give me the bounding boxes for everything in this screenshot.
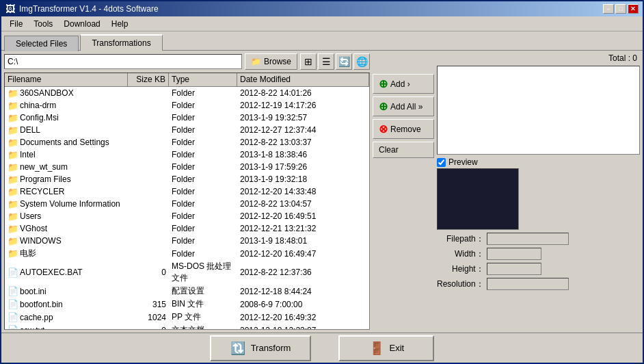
file-icon: 📄: [8, 325, 18, 329]
clear-button[interactable]: Clear: [373, 142, 434, 158]
table-row[interactable]: 📁 Documents and Settings Folder 2012-8-2…: [5, 136, 369, 148]
table-row[interactable]: 📁 System Volume Information Folder 2012-…: [5, 198, 369, 210]
filepath-label: Filepath：: [437, 233, 484, 245]
table-row[interactable]: 📄 bootfont.bin 315 BIN 文件 2008-6-9 7:00:…: [5, 298, 369, 311]
table-row[interactable]: 📄 cache.pp 1024 PP 文件 2012-12-20 16:49:3…: [5, 311, 369, 324]
file-size: [128, 179, 169, 180]
menu-help[interactable]: Help: [106, 18, 134, 30]
file-size: 0: [128, 267, 169, 278]
file-icon: 📄: [8, 268, 18, 278]
menu-tools[interactable]: Tools: [28, 18, 58, 30]
file-size: [128, 253, 169, 255]
file-icon: 📄: [8, 299, 18, 309]
preview-label: Preview: [448, 157, 478, 167]
file-type: BIN 文件: [169, 298, 237, 311]
folder-icon: 📁: [8, 138, 18, 148]
tabs-area: Selected Files Transformations: [1, 31, 643, 51]
add-button[interactable]: ⊕ Add ›: [373, 74, 434, 94]
file-list-body[interactable]: 📁 360SANDBOX Folder 2012-8-22 14:01:26 📁…: [5, 87, 369, 329]
table-row[interactable]: 📄 AUTOEXEC.BAT 0 MS-DOS 批处理文件 2012-8-22 …: [5, 260, 369, 285]
file-name: 📄 cache.pp: [5, 311, 128, 323]
col-header-type[interactable]: Type: [169, 73, 237, 86]
table-row[interactable]: 📁 电影 Folder 2012-12-20 16:49:47: [5, 247, 369, 260]
file-name: 📁 360SANDBOX: [5, 88, 128, 99]
table-row[interactable]: 📁 new_wt_sum Folder 2013-1-9 17:59:26: [5, 161, 369, 173]
minimize-button[interactable]: −: [603, 4, 614, 14]
transform-button[interactable]: 🔃 Transform: [210, 335, 312, 361]
file-name: 📁 Users: [5, 211, 128, 222]
table-row[interactable]: 📁 RECYCLER Folder 2012-12-20 14:33:48: [5, 185, 369, 198]
table-row[interactable]: 📁 china-drm Folder 2012-12-19 14:17:26: [5, 99, 369, 112]
folder-icon: 📁: [8, 150, 18, 160]
file-type: Folder: [169, 223, 237, 234]
table-row[interactable]: 📁 VGhost Folder 2012-12-21 13:21:32: [5, 222, 369, 235]
file-name: 📁 VGhost: [5, 223, 128, 235]
file-name: 📁 Documents and Settings: [5, 137, 128, 148]
file-list: Filename Size KB Type Date Modified 📁 36…: [4, 73, 370, 330]
folder-icon: 📁: [8, 174, 18, 185]
info-grid: Filepath： Width： Height： Resolution：: [437, 233, 640, 290]
file-size: [128, 203, 169, 205]
table-row[interactable]: 📄 boot.ini 配置设置 2012-12-18 8:44:24: [5, 285, 369, 298]
width-input[interactable]: [487, 248, 541, 260]
view-list-icon[interactable]: ☰: [318, 53, 334, 70]
preview-check: Preview: [437, 157, 640, 167]
table-row[interactable]: 📁 Users Folder 2012-12-20 16:49:51: [5, 210, 369, 222]
table-row[interactable]: 📁 DELL Folder 2012-12-27 12:37:44: [5, 124, 369, 136]
file-type: Folder: [169, 125, 237, 135]
refresh-icon[interactable]: 🔄: [336, 53, 352, 70]
file-date: 2013-1-9 19:32:57: [237, 112, 369, 123]
main-content: 📁 Browse ⊞ ☰ 🔄 🌐 Filename Size KB Type D…: [1, 51, 643, 333]
col-header-size[interactable]: Size KB: [128, 73, 169, 86]
path-input[interactable]: [4, 54, 242, 69]
table-row[interactable]: 📄 ccw.txt 0 文本文档 2012-12-18 13:23:07: [5, 324, 369, 329]
table-row[interactable]: 📁 Config.Msi Folder 2013-1-9 19:32:57: [5, 112, 369, 124]
folder-icon: 📁: [8, 224, 18, 234]
file-date: 2013-1-9 19:32:18: [237, 174, 369, 185]
folder-icon: 📁: [8, 101, 18, 111]
exit-button[interactable]: 🚪 Exit: [338, 335, 434, 361]
file-size: [128, 154, 169, 155]
folder-icon: 📁: [8, 88, 18, 99]
folder-icon: 📁: [8, 236, 18, 246]
tab-transformations[interactable]: Transformations: [80, 34, 162, 51]
table-row[interactable]: 📁 Program Files Folder 2013-1-9 19:32:18: [5, 173, 369, 185]
title-bar: 🖼 ImgTransformer V1.4 - 4dots Software −…: [1, 1, 643, 16]
add-all-button[interactable]: ⊕ Add All »: [373, 96, 434, 116]
menu-download[interactable]: Download: [58, 18, 105, 30]
right-panel: Total : 0 Preview Filepath： Width： Heigh…: [437, 53, 640, 330]
remove-button[interactable]: ⊗ Remove: [373, 119, 434, 139]
view-details-icon[interactable]: ⊞: [300, 53, 317, 70]
filepath-input[interactable]: [487, 233, 569, 245]
file-type: PP 文件: [169, 311, 237, 324]
col-header-date[interactable]: Date Modified: [237, 73, 369, 86]
file-size: [128, 92, 169, 94]
resolution-input[interactable]: [487, 278, 569, 290]
table-row[interactable]: 📁 WINDOWS Folder 2013-1-9 18:48:01: [5, 235, 369, 247]
folder-browse-icon: 📁: [251, 57, 261, 66]
file-date: 2012-12-18 13:23:07: [237, 325, 369, 330]
home-icon[interactable]: 🌐: [353, 53, 370, 70]
file-size: 315: [128, 299, 169, 310]
file-name: 📄 bootfont.bin: [5, 298, 128, 310]
height-input[interactable]: [487, 263, 541, 275]
col-header-filename[interactable]: Filename: [5, 73, 128, 86]
file-type: Folder: [169, 137, 237, 148]
menu-file[interactable]: File: [4, 18, 28, 30]
table-row[interactable]: 📁 360SANDBOX Folder 2012-8-22 14:01:26: [5, 87, 369, 99]
file-type: Folder: [169, 186, 237, 197]
file-name: 📁 Intel: [5, 149, 128, 161]
file-size: [128, 240, 169, 242]
menu-bar: File Tools Download Help: [1, 16, 643, 31]
file-size: [128, 142, 169, 143]
preview-checkbox[interactable]: [437, 158, 446, 167]
maximize-button[interactable]: □: [615, 4, 626, 14]
tab-selected-files[interactable]: Selected Files: [4, 36, 79, 51]
table-row[interactable]: 📁 Intel Folder 2013-1-8 18:38:46: [5, 148, 369, 161]
add-all-icon: ⊕: [379, 100, 388, 113]
close-button[interactable]: ✕: [628, 4, 639, 14]
file-date: 2012-12-18 8:44:24: [237, 286, 369, 297]
browse-button[interactable]: 📁 Browse: [245, 53, 297, 70]
file-date: 2012-8-22 13:04:57: [237, 198, 369, 209]
file-type: Folder: [169, 149, 237, 160]
